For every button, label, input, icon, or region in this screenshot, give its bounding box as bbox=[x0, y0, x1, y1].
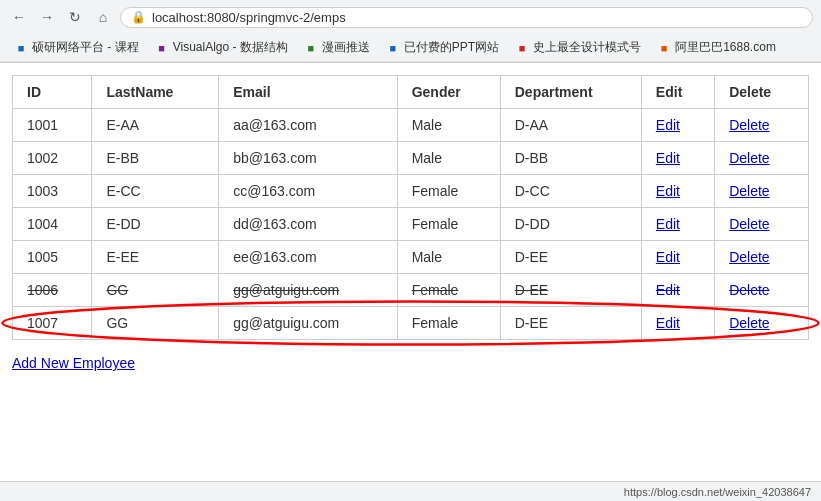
header-department: Department bbox=[500, 76, 641, 109]
table-header: IDLastNameEmailGenderDepartmentEditDelet… bbox=[13, 76, 809, 109]
header-gender: Gender bbox=[397, 76, 500, 109]
table-wrapper: IDLastNameEmailGenderDepartmentEditDelet… bbox=[12, 75, 809, 340]
cell-lastname: E-CC bbox=[92, 175, 219, 208]
cell-id: 1007 bbox=[13, 307, 92, 340]
header-id: ID bbox=[13, 76, 92, 109]
cell-department: D-AA bbox=[500, 109, 641, 142]
bookmark-bk5[interactable]: ■史上最全设计模式号 bbox=[509, 37, 647, 58]
header-lastname: LastName bbox=[92, 76, 219, 109]
cell-delete[interactable]: Delete bbox=[715, 175, 809, 208]
nav-bar: ← → ↻ ⌂ 🔒 localhost:8080/springmvc-2/emp… bbox=[0, 0, 821, 34]
add-employee-link[interactable]: Add New Employee bbox=[12, 355, 135, 371]
cell-department: D-DD bbox=[500, 208, 641, 241]
cell-delete[interactable]: Delete bbox=[715, 241, 809, 274]
table-row: 1002E-BBbb@163.comMaleD-BBEditDelete bbox=[13, 142, 809, 175]
page-content: IDLastNameEmailGenderDepartmentEditDelet… bbox=[0, 63, 821, 383]
cell-lastname: GG bbox=[92, 307, 219, 340]
cell-gender: Male bbox=[397, 241, 500, 274]
cell-email: dd@163.com bbox=[219, 208, 397, 241]
cell-delete[interactable]: Delete bbox=[715, 142, 809, 175]
bookmark-bk2[interactable]: ■VisualAlgo - 数据结构 bbox=[149, 37, 294, 58]
cell-edit[interactable]: Edit bbox=[641, 208, 714, 241]
bookmark-bk1[interactable]: ■硕研网络平台 - 课程 bbox=[8, 37, 145, 58]
cell-edit[interactable]: Edit bbox=[641, 175, 714, 208]
table-row: 1001E-AAaa@163.comMaleD-AAEditDelete bbox=[13, 109, 809, 142]
employees-table: IDLastNameEmailGenderDepartmentEditDelet… bbox=[12, 75, 809, 340]
cell-id: 1002 bbox=[13, 142, 92, 175]
cell-lastname: E-DD bbox=[92, 208, 219, 241]
header-edit: Edit bbox=[641, 76, 714, 109]
cell-email: ee@163.com bbox=[219, 241, 397, 274]
header-row: IDLastNameEmailGenderDepartmentEditDelet… bbox=[13, 76, 809, 109]
forward-button[interactable]: → bbox=[36, 6, 58, 28]
cell-edit[interactable]: Edit bbox=[641, 241, 714, 274]
url-text: localhost:8080/springmvc-2/emps bbox=[152, 10, 346, 25]
browser-chrome: ← → ↻ ⌂ 🔒 localhost:8080/springmvc-2/emp… bbox=[0, 0, 821, 63]
cell-lastname: E-BB bbox=[92, 142, 219, 175]
cell-delete[interactable]: Delete bbox=[715, 274, 809, 307]
table-row: 1006GGgg@atguigu.comFemaleD-EEEditDelete bbox=[13, 274, 809, 307]
cell-gender: Female bbox=[397, 175, 500, 208]
table-body: 1001E-AAaa@163.comMaleD-AAEditDelete1002… bbox=[13, 109, 809, 340]
cell-gender: Female bbox=[397, 274, 500, 307]
cell-gender: Female bbox=[397, 208, 500, 241]
cell-id: 1006 bbox=[13, 274, 92, 307]
cell-edit[interactable]: Edit bbox=[641, 274, 714, 307]
cell-department: D-EE bbox=[500, 241, 641, 274]
table-row: 1004E-DDdd@163.comFemaleD-DDEditDelete bbox=[13, 208, 809, 241]
cell-delete[interactable]: Delete bbox=[715, 208, 809, 241]
header-email: Email bbox=[219, 76, 397, 109]
cell-email: gg@atguigu.com bbox=[219, 274, 397, 307]
cell-id: 1003 bbox=[13, 175, 92, 208]
table-row: 1007GGgg@atguigu.comFemaleD-EEEditDelete bbox=[13, 307, 809, 340]
cell-gender: Male bbox=[397, 142, 500, 175]
table-row: 1003E-CCcc@163.comFemaleD-CCEditDelete bbox=[13, 175, 809, 208]
bookmarks-bar: ■硕研网络平台 - 课程■VisualAlgo - 数据结构■漫画推送■已付费的… bbox=[0, 34, 821, 62]
cell-department: D-EE bbox=[500, 307, 641, 340]
cell-email: bb@163.com bbox=[219, 142, 397, 175]
header-delete: Delete bbox=[715, 76, 809, 109]
cell-id: 1004 bbox=[13, 208, 92, 241]
cell-department: D-EE bbox=[500, 274, 641, 307]
bookmark-bk6[interactable]: ■阿里巴巴1688.com bbox=[651, 37, 782, 58]
cell-id: 1005 bbox=[13, 241, 92, 274]
cell-lastname: GG bbox=[92, 274, 219, 307]
back-button[interactable]: ← bbox=[8, 6, 30, 28]
cell-edit[interactable]: Edit bbox=[641, 109, 714, 142]
cell-id: 1001 bbox=[13, 109, 92, 142]
cell-edit[interactable]: Edit bbox=[641, 142, 714, 175]
cell-email: cc@163.com bbox=[219, 175, 397, 208]
home-button[interactable]: ⌂ bbox=[92, 6, 114, 28]
cell-lastname: E-EE bbox=[92, 241, 219, 274]
cell-lastname: E-AA bbox=[92, 109, 219, 142]
cell-delete[interactable]: Delete bbox=[715, 307, 809, 340]
cell-email: aa@163.com bbox=[219, 109, 397, 142]
address-bar[interactable]: 🔒 localhost:8080/springmvc-2/emps bbox=[120, 7, 813, 28]
cell-email: gg@atguigu.com bbox=[219, 307, 397, 340]
reload-button[interactable]: ↻ bbox=[64, 6, 86, 28]
cell-department: D-BB bbox=[500, 142, 641, 175]
bookmark-bk4[interactable]: ■已付费的PPT网站 bbox=[380, 37, 505, 58]
cell-delete[interactable]: Delete bbox=[715, 109, 809, 142]
cell-department: D-CC bbox=[500, 175, 641, 208]
lock-icon: 🔒 bbox=[131, 10, 146, 24]
bookmark-bk3[interactable]: ■漫画推送 bbox=[298, 37, 376, 58]
cell-gender: Female bbox=[397, 307, 500, 340]
cell-edit[interactable]: Edit bbox=[641, 307, 714, 340]
cell-gender: Male bbox=[397, 109, 500, 142]
table-row: 1005E-EEee@163.comMaleD-EEEditDelete bbox=[13, 241, 809, 274]
